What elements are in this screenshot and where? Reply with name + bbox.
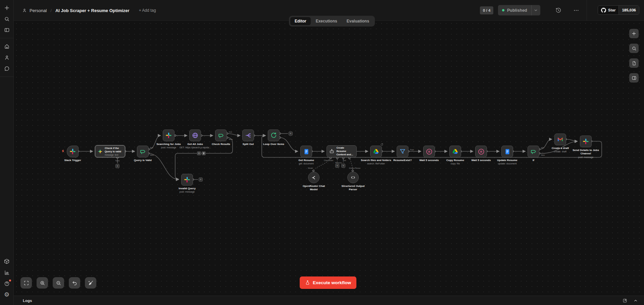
undo-button[interactable] xyxy=(69,277,80,289)
ai-sparkle-icon xyxy=(98,149,103,154)
node-wait-5-seconds-2[interactable]: Wait 5 seconds xyxy=(475,146,487,157)
search-nodes-button[interactable] xyxy=(629,44,639,53)
node-if[interactable]: If xyxy=(528,146,539,157)
add-tag-button[interactable]: + Add tag xyxy=(139,8,156,13)
add-memory-button[interactable]: + xyxy=(335,164,339,168)
node-update-resume[interactable]: Update Resumeupdate: document xyxy=(501,146,513,157)
package-icon xyxy=(5,259,9,264)
node-searching-for-jobs[interactable]: Searching for Jobspost: message xyxy=(163,130,175,141)
sidebar-item-templates[interactable] xyxy=(3,257,11,265)
gmail-icon xyxy=(557,136,563,143)
sidebar-item-help[interactable] xyxy=(3,279,11,288)
zoom-in-button[interactable] xyxy=(37,277,48,289)
github-star-count[interactable]: 185,036 xyxy=(618,6,639,14)
flask-icon xyxy=(305,280,310,285)
node-create-resume-content[interactable]: Create ResumeContent and... xyxy=(327,145,357,157)
sidebar-item-settings[interactable]: ⚙ xyxy=(3,291,11,299)
collapse-sidebar-button[interactable] xyxy=(3,26,11,34)
sidebar-item-personal[interactable] xyxy=(3,53,11,61)
github-star-button[interactable]: Star xyxy=(598,6,618,14)
zoom-to-fit-button[interactable] xyxy=(20,277,32,289)
connection-add-node-button[interactable]: + xyxy=(197,151,201,155)
expand-logs-button[interactable] xyxy=(633,298,638,303)
node-check-query-valid[interactable]: Check if theQuery is valid message: text xyxy=(95,145,125,157)
output-label-kept: Kept xyxy=(410,149,414,151)
workflow-canvas[interactable]: Slack Trigger Check if theQuery is valid… xyxy=(14,21,644,296)
output-label-false: false xyxy=(541,154,545,156)
execute-workflow-button[interactable]: Execute workflow xyxy=(300,276,356,289)
node-slack-trigger[interactable]: Slack Trigger xyxy=(67,146,79,157)
chevron-up-icon xyxy=(635,300,637,301)
published-chevron-button[interactable] xyxy=(531,5,540,15)
logs-panel-header[interactable]: Logs xyxy=(14,296,644,305)
node-openrouter-chat-model[interactable]: OpenRouter Chat Model xyxy=(308,172,319,183)
node-invalid-query[interactable]: Invalid Querypost: message xyxy=(181,174,193,186)
trigger-bolt-icon xyxy=(61,149,65,153)
plus-icon xyxy=(632,32,635,35)
http-globe-icon xyxy=(192,132,198,139)
loop-icon xyxy=(270,132,277,139)
slack-icon xyxy=(165,132,172,139)
connector-label-memory: Memory xyxy=(335,162,342,164)
github-star-widget[interactable]: Star 185,036 xyxy=(598,5,639,15)
output-label-false: false xyxy=(150,154,154,156)
node-get-resume[interactable]: Get Resumeget: document xyxy=(300,146,312,157)
code-brackets-icon xyxy=(350,175,356,180)
connector-label-chat-model: Chat Model xyxy=(324,159,333,161)
node-wait-5-seconds-1[interactable]: Wait 5 seconds xyxy=(423,146,435,157)
add-node-endpoint-button[interactable]: + xyxy=(199,177,203,182)
sticky-note-button[interactable] xyxy=(629,58,639,68)
published-dropdown[interactable]: Published xyxy=(498,5,540,15)
node-search-files-and-folders[interactable]: Search files and folderssearch: fileFold… xyxy=(370,146,382,157)
broom-icon xyxy=(89,281,93,285)
node-get-all-jobs[interactable]: Get All JobsGET: https://jsearch.p.rapid… xyxy=(189,130,201,141)
node-create-a-draft[interactable]: Create a draftcreate: draft xyxy=(554,134,566,145)
fit-view-icon xyxy=(24,281,28,285)
workflow-menu-button[interactable] xyxy=(573,7,579,13)
tidy-up-button[interactable] xyxy=(85,277,96,289)
node-split-out[interactable]: Split Out xyxy=(242,130,254,141)
node-send-details-to-jobs-channel[interactable]: Send Details to Jobs Channelpost: messag… xyxy=(580,136,592,147)
add-node-button[interactable] xyxy=(629,29,639,38)
node-check-results[interactable]: Check Results xyxy=(215,130,227,141)
add-tool-button[interactable]: + xyxy=(341,164,345,168)
if-sign-icon xyxy=(530,148,537,155)
gear-icon: ⚙ xyxy=(4,292,9,298)
output-label-true: true xyxy=(229,131,232,133)
toggle-right-panel-button[interactable] xyxy=(629,73,639,83)
published-status[interactable]: Published xyxy=(498,5,531,15)
add-node-endpoint-button[interactable]: + xyxy=(289,132,293,136)
chevron-down-icon xyxy=(535,10,537,11)
tab-evaluations[interactable]: Evaluations xyxy=(342,17,374,25)
add-tools-button[interactable]: + xyxy=(115,164,119,168)
node-resume-exist[interactable]: ResumeExist? xyxy=(397,146,408,157)
zoom-out-button[interactable] xyxy=(53,277,64,289)
workflow-title[interactable]: AI Job Scraper + Resume Optimizer xyxy=(55,8,130,13)
workflow-history-button[interactable] xyxy=(555,7,561,13)
tab-executions[interactable]: Executions xyxy=(311,17,342,25)
search-button[interactable] xyxy=(3,15,11,23)
node-loop-over-items[interactable]: Loop Over Items xyxy=(268,130,280,141)
output-label-true: true xyxy=(150,147,153,149)
slack-icon xyxy=(583,138,589,145)
tab-editor[interactable]: Editor xyxy=(290,17,311,25)
header-divider xyxy=(587,0,587,21)
split-icon xyxy=(245,132,251,139)
connection-toolbar: + xyxy=(197,151,206,155)
sidebar-item-chat[interactable] xyxy=(3,64,11,72)
slack-icon xyxy=(69,148,76,155)
help-icon xyxy=(5,282,9,286)
node-query-is-valid[interactable]: Query is Valid xyxy=(137,146,149,157)
google-docs-icon xyxy=(504,149,510,155)
connection-delete-button[interactable] xyxy=(202,151,206,155)
node-copy-resume[interactable]: Copy Resumecopy: file xyxy=(449,146,461,157)
sidebar-item-insights[interactable] xyxy=(3,268,11,276)
breadcrumb-project[interactable]: Personal xyxy=(30,8,47,13)
google-docs-icon xyxy=(303,149,309,155)
panel-right-icon xyxy=(632,77,636,80)
search-icon xyxy=(632,47,636,50)
node-structured-output-parser[interactable]: Structured Output Parser xyxy=(347,172,359,183)
new-workflow-button[interactable] xyxy=(3,4,11,12)
sidebar-item-home[interactable] xyxy=(3,42,11,50)
open-logs-window-button[interactable] xyxy=(623,298,627,303)
